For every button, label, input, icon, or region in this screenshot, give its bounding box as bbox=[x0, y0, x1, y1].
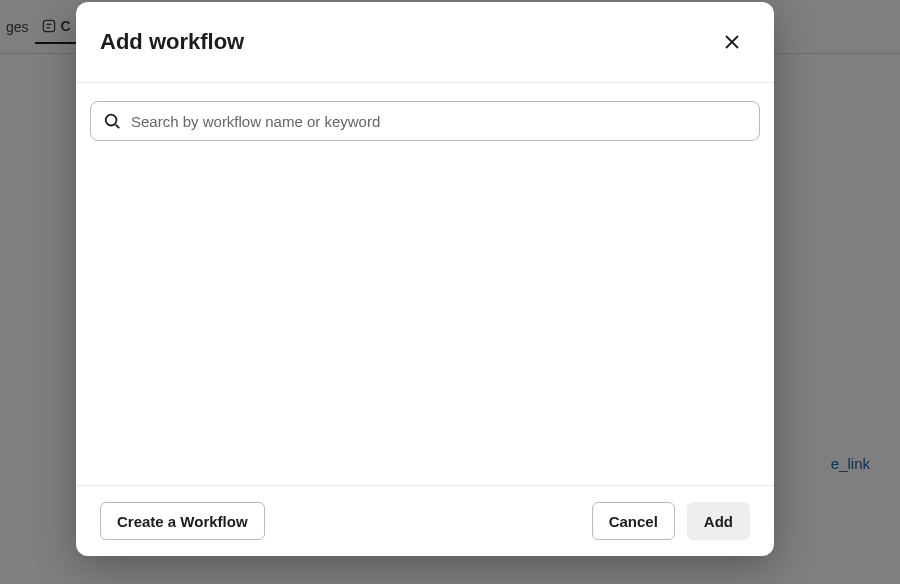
modal-body bbox=[76, 83, 774, 485]
search-icon bbox=[103, 112, 121, 130]
modal-footer: Create a Workflow Cancel Add bbox=[76, 485, 774, 556]
add-button[interactable]: Add bbox=[687, 502, 750, 540]
svg-point-3 bbox=[106, 115, 117, 126]
close-icon bbox=[722, 32, 742, 52]
add-workflow-modal: Add workflow Create a Workflow Cancel Ad… bbox=[76, 2, 774, 556]
footer-right-group: Cancel Add bbox=[592, 502, 750, 540]
modal-title: Add workflow bbox=[100, 29, 244, 55]
create-workflow-button[interactable]: Create a Workflow bbox=[100, 502, 265, 540]
svg-line-4 bbox=[116, 125, 120, 129]
modal-header: Add workflow bbox=[76, 2, 774, 83]
cancel-button[interactable]: Cancel bbox=[592, 502, 675, 540]
search-input[interactable] bbox=[131, 113, 747, 130]
close-button[interactable] bbox=[714, 24, 750, 60]
search-field-wrapper[interactable] bbox=[90, 101, 760, 141]
